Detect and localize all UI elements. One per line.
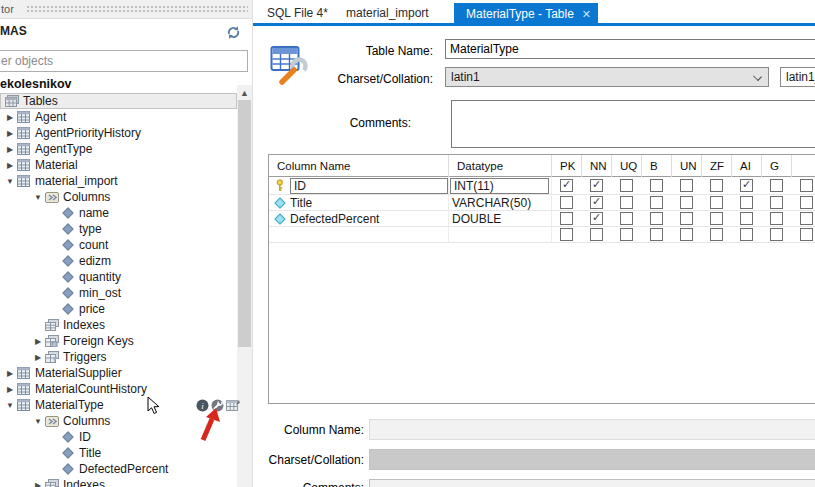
tree-item-materialsupplier[interactable]: ▶MaterialSupplier — [0, 365, 237, 381]
checkbox-un[interactable] — [680, 179, 693, 192]
tree-item-agentpriorityhistory[interactable]: ▶AgentPriorityHistory — [0, 125, 237, 141]
checkbox-nn[interactable] — [590, 212, 603, 225]
checkbox-g[interactable] — [770, 212, 783, 225]
sidebar-scrollbar[interactable]: ▲ — [237, 85, 252, 487]
cell-datatype[interactable]: INT(11) — [450, 178, 549, 194]
expand-collapsed-icon[interactable]: ▶ — [4, 113, 16, 122]
checkbox-b[interactable] — [650, 196, 663, 209]
edit-table-icon[interactable] — [226, 399, 239, 412]
bottom-column-name-input[interactable] — [369, 419, 815, 440]
tree-item-defectedpercent[interactable]: DefectedPercent — [0, 461, 237, 477]
checkbox-un[interactable] — [680, 212, 693, 225]
tree-item-price[interactable]: price — [0, 301, 237, 317]
close-icon[interactable]: ✕ — [582, 3, 591, 25]
cell-datatype[interactable]: VARCHAR(50) — [452, 196, 531, 210]
checkbox-zf[interactable] — [710, 212, 723, 225]
tree-item-name[interactable]: name — [0, 205, 237, 221]
tree-item-quantity[interactable]: quantity — [0, 269, 237, 285]
checkbox-pk[interactable] — [560, 179, 573, 192]
grid-row-ID[interactable]: IDINT(11) — [269, 177, 815, 195]
checkbox-g[interactable] — [770, 228, 783, 241]
expand-expanded-icon[interactable]: ▼ — [4, 401, 16, 410]
comments-textarea[interactable] — [451, 100, 815, 148]
checkbox-un[interactable] — [680, 196, 693, 209]
collation-dropdown[interactable]: latin1_ — [780, 67, 815, 87]
checkbox-zf[interactable] — [710, 179, 723, 192]
checkbox-g[interactable] — [770, 179, 783, 192]
cell-column-name[interactable]: ID — [290, 178, 448, 194]
bottom-comments-input[interactable] — [369, 479, 815, 487]
expand-collapsed-icon[interactable]: ▶ — [4, 369, 16, 378]
checkbox-b[interactable] — [650, 212, 663, 225]
tree-item-foreign-keys[interactable]: ▶Foreign Keys — [0, 333, 237, 349]
tree-item-agent[interactable]: ▶Agent — [0, 109, 237, 125]
filter-objects-input[interactable] — [0, 50, 248, 72]
checkbox-zf[interactable] — [710, 228, 723, 241]
tree-item-count[interactable]: count — [0, 237, 237, 253]
checkbox-pk[interactable] — [560, 228, 573, 241]
checkbox-g[interactable] — [770, 196, 783, 209]
tab-material-import[interactable]: material_import — [346, 3, 429, 23]
expand-collapsed-icon[interactable]: ▶ — [4, 145, 16, 154]
checkbox-un[interactable] — [680, 228, 693, 241]
checkbox-b[interactable] — [650, 179, 663, 192]
expand-collapsed-icon[interactable]: ▶ — [4, 161, 16, 170]
expand-collapsed-icon[interactable]: ▶ — [4, 129, 16, 138]
tree-item-material[interactable]: ▶Material — [0, 157, 237, 173]
table-name-input[interactable] — [445, 39, 815, 59]
expand-collapsed-icon[interactable]: ▶ — [32, 337, 44, 346]
cell-column-name[interactable]: DefectedPercent — [290, 212, 379, 226]
tree-item-material-import[interactable]: ▼material_import — [0, 173, 237, 189]
checkbox-partial[interactable] — [800, 228, 813, 241]
grid-row-Title[interactable]: TitleVARCHAR(50) — [269, 195, 815, 211]
scrollbar-thumb[interactable] — [238, 100, 251, 347]
tree-item-tables[interactable]: ▼Tables — [0, 93, 237, 109]
tree-item-edizm[interactable]: edizm — [0, 253, 237, 269]
expand-collapsed-icon[interactable]: ▶ — [32, 353, 44, 362]
checkbox-ai[interactable] — [740, 196, 753, 209]
tree-item-label: ID — [79, 430, 91, 444]
checkbox-nn[interactable] — [590, 196, 603, 209]
expand-collapsed-icon[interactable]: ▶ — [4, 385, 16, 394]
checkbox-pk[interactable] — [560, 196, 573, 209]
checkbox-uq[interactable] — [620, 212, 633, 225]
tree-item-agenttype[interactable]: ▶AgentType — [0, 141, 237, 157]
scrollbar-up-arrow-icon[interactable]: ▲ — [237, 86, 252, 100]
checkbox-partial[interactable] — [800, 179, 813, 192]
tree-item-label: Material — [35, 158, 78, 172]
refresh-icon[interactable] — [226, 25, 242, 41]
cell-datatype[interactable]: DOUBLE — [452, 212, 501, 226]
expand-expanded-icon[interactable]: ▼ — [32, 193, 44, 202]
charset-dropdown[interactable]: latin1 — [445, 67, 769, 87]
tree-item-materialcounthistory[interactable]: ▶MaterialCountHistory — [0, 381, 237, 397]
checkbox-uq[interactable] — [620, 196, 633, 209]
checkbox-nn[interactable] — [590, 228, 603, 241]
checkbox-partial[interactable] — [800, 196, 813, 209]
cell-column-name[interactable]: Title — [290, 196, 312, 210]
checkbox-partial[interactable] — [800, 212, 813, 225]
table-icon — [16, 159, 31, 172]
tree-item-min-ost[interactable]: min_ost — [0, 285, 237, 301]
checkbox-zf[interactable] — [710, 196, 723, 209]
checkbox-ai[interactable] — [740, 212, 753, 225]
bottom-charset-input[interactable] — [369, 449, 815, 470]
checkbox-ai[interactable] — [740, 228, 753, 241]
checkbox-uq[interactable] — [620, 179, 633, 192]
expand-expanded-icon[interactable]: ▼ — [4, 177, 16, 186]
expand-collapsed-icon[interactable]: ▶ — [32, 481, 44, 487]
tree-item-columns[interactable]: ▼Columns — [0, 189, 237, 205]
expand-expanded-icon[interactable]: ▼ — [32, 417, 44, 426]
checkbox-uq[interactable] — [620, 228, 633, 241]
tree-item-indexes[interactable]: ▶Indexes — [0, 477, 237, 487]
tab-sql-file[interactable]: SQL File 4* — [267, 3, 328, 23]
checkbox-pk[interactable] — [560, 212, 573, 225]
grid-row-empty[interactable] — [269, 227, 815, 243]
tree-item-indexes[interactable]: Indexes — [0, 317, 237, 333]
checkbox-ai[interactable] — [740, 179, 753, 192]
checkbox-nn[interactable] — [590, 179, 603, 192]
tree-item-type[interactable]: type — [0, 221, 237, 237]
grid-row-DefectedPercent[interactable]: DefectedPercentDOUBLE — [269, 211, 815, 227]
checkbox-b[interactable] — [650, 228, 663, 241]
tree-item-triggers[interactable]: ▶Triggers — [0, 349, 237, 365]
tab-materialtype-table[interactable]: MaterialType - Table ✕ — [454, 3, 598, 26]
